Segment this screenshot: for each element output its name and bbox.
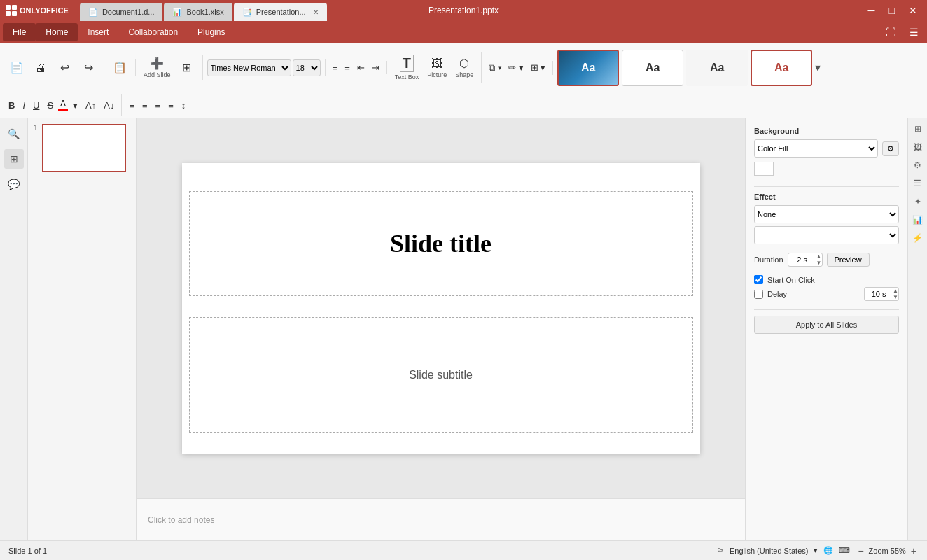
font-color-button[interactable]: A (58, 99, 68, 111)
sidebar-search[interactable]: 🔍 (4, 124, 24, 144)
effect-select[interactable]: None (754, 205, 899, 223)
line-spacing-button[interactable]: ↕ (179, 99, 189, 112)
italic-button[interactable]: I (20, 99, 28, 112)
underline-button[interactable]: U (30, 99, 42, 112)
arrange-button[interactable]: ⧉ ▾ (486, 61, 504, 75)
decrease-indent-button[interactable]: ⇤ (354, 61, 368, 74)
tab-doc-icon: 📄 (88, 8, 98, 17)
tab-close-icon[interactable]: ✕ (313, 8, 319, 16)
rp-icon-3[interactable]: ⚙ (910, 158, 926, 173)
strikethrough-button[interactable]: S (44, 99, 56, 112)
notes-area[interactable]: Click to add notes (137, 498, 745, 540)
undo-icon: ↩ (60, 61, 69, 74)
fullscreen-button[interactable]: ⛶ (880, 24, 901, 41)
background-select[interactable]: Color Fill (754, 139, 878, 158)
shape-label: Shape (455, 71, 473, 78)
font-color-dropdown[interactable]: ▾ (70, 99, 81, 112)
bullet-list-button[interactable]: ≡ (330, 61, 341, 74)
maximize-button[interactable]: □ (885, 4, 899, 18)
decrease-font-button[interactable]: A↓ (101, 99, 117, 112)
theme-selected[interactable]: Aa (751, 50, 812, 86)
shape-button[interactable]: ⬡ Shape (452, 55, 477, 80)
slide-title-text: Slide title (390, 229, 492, 258)
start-on-click-row: Start On Click (754, 275, 899, 284)
slide-thumbnail[interactable] (42, 124, 126, 172)
rp-icon-1[interactable]: ⊞ (910, 121, 926, 136)
preview-button[interactable]: Preview (827, 253, 870, 267)
picture-button[interactable]: 🖼 Picture (424, 55, 450, 80)
text-box-button[interactable]: T Text Box (391, 52, 423, 83)
theme-blue-label: Aa (581, 62, 595, 74)
start-on-click-checkbox[interactable] (754, 275, 763, 284)
duration-section: Duration ▲ ▼ Preview (754, 253, 899, 267)
vertical-align-button[interactable]: ≡ (165, 99, 176, 112)
theme-white[interactable]: Aa (622, 50, 683, 86)
sidebar-comments[interactable]: 💬 (4, 174, 24, 194)
menu-insert[interactable]: Insert (78, 23, 118, 41)
theme-blue[interactable]: Aa (557, 50, 619, 86)
bold-button[interactable]: B (6, 99, 18, 112)
tab-document[interactable]: 📄 Document1.d... (80, 3, 163, 21)
menu-more-button[interactable]: ☰ (904, 24, 924, 41)
increase-font-button[interactable]: A↑ (83, 99, 99, 112)
lang-dropdown[interactable]: ▾ (814, 546, 818, 555)
draw-button[interactable]: ✏ ▾ (506, 61, 527, 74)
rp-icon-4[interactable]: ☰ (910, 176, 926, 191)
menu-home[interactable]: Home (36, 23, 78, 41)
minimize-button[interactable]: ─ (864, 4, 879, 18)
theme-scroll-down[interactable]: ▾ (815, 61, 821, 74)
right-panel-icons: ⊞ 🖼 ⚙ ☰ ✦ 📊 ⚡ (907, 118, 927, 540)
menu-plugins[interactable]: Plugins (188, 23, 235, 41)
duration-down[interactable]: ▼ (816, 260, 822, 266)
apply-all-button[interactable]: Apply to All Slides (754, 316, 899, 334)
layout-icon: ⊞ (182, 61, 191, 74)
add-slide-button[interactable]: ➕ Add Slide (140, 55, 174, 80)
toolbar-row2: B I U S A ▾ A↑ A↓ ≡ ≡ ≡ ≡ ↕ (0, 92, 927, 118)
subtitle-text-box[interactable]: Slide subtitle (189, 317, 693, 433)
duration-spin: ▲ ▼ (816, 253, 822, 266)
zoom-in-button[interactable]: + (909, 545, 919, 556)
undo-button[interactable]: ↩ (53, 59, 76, 76)
rp-icon-2[interactable]: 🖼 (910, 139, 926, 155)
background-color-swatch[interactable] (754, 162, 774, 176)
increase-indent-button[interactable]: ⇥ (369, 61, 382, 74)
delay-checkbox[interactable] (754, 290, 763, 299)
align-left-button[interactable]: ≡ (126, 99, 137, 112)
font-color-indicator (58, 109, 68, 111)
duration-up[interactable]: ▲ (816, 253, 822, 260)
notes-placeholder: Click to add notes (148, 515, 214, 525)
slide-canvas[interactable]: Slide title Slide subtitle (137, 118, 745, 498)
tab-presentation[interactable]: 📑 Presentation... ✕ (234, 3, 327, 21)
menu-file[interactable]: File (3, 23, 36, 41)
zoom-out-button[interactable]: − (856, 545, 865, 556)
menu-collaboration[interactable]: Collaboration (118, 23, 188, 41)
window-title: Presentation1.pptx (428, 6, 499, 15)
print-button[interactable]: 🖨 (29, 59, 52, 76)
title-text-box[interactable]: Slide title (189, 191, 693, 296)
font-select[interactable]: Times New Roman (207, 59, 291, 76)
new-icon: 📄 (10, 61, 24, 74)
tab-book[interactable]: 📊 Book1.xlsx (164, 3, 232, 21)
background-settings-button[interactable]: ⚙ (882, 141, 899, 156)
sidebar-slides[interactable]: ⊞ (4, 149, 24, 169)
font-size-select[interactable]: 18 (293, 59, 321, 76)
picture-label: Picture (427, 71, 447, 78)
theme-gray[interactable]: Aa (686, 50, 748, 86)
rp-icon-5[interactable]: ✦ (910, 194, 926, 209)
rp-icon-7[interactable]: ⚡ (910, 230, 926, 246)
slide-layout-button[interactable]: ⊞ (176, 59, 198, 76)
numbered-list-button[interactable]: ≡ (342, 61, 353, 74)
more-button[interactable]: ⊞ ▾ (528, 61, 549, 74)
copy-style-button[interactable]: 📋 (109, 59, 131, 76)
new-button[interactable]: 📄 (6, 59, 28, 76)
effect-sub-select[interactable] (754, 226, 899, 244)
delay-input[interactable] (865, 288, 893, 300)
duration-input[interactable] (788, 254, 816, 265)
redo-button[interactable]: ↪ (77, 59, 99, 76)
delay-down[interactable]: ▼ (893, 294, 898, 300)
rp-icon-6[interactable]: 📊 (910, 212, 926, 227)
align-center-button[interactable]: ≡ (139, 99, 151, 112)
delay-up[interactable]: ▲ (893, 288, 898, 294)
align-right-button[interactable]: ≡ (153, 99, 164, 112)
close-button[interactable]: ✕ (905, 4, 921, 18)
